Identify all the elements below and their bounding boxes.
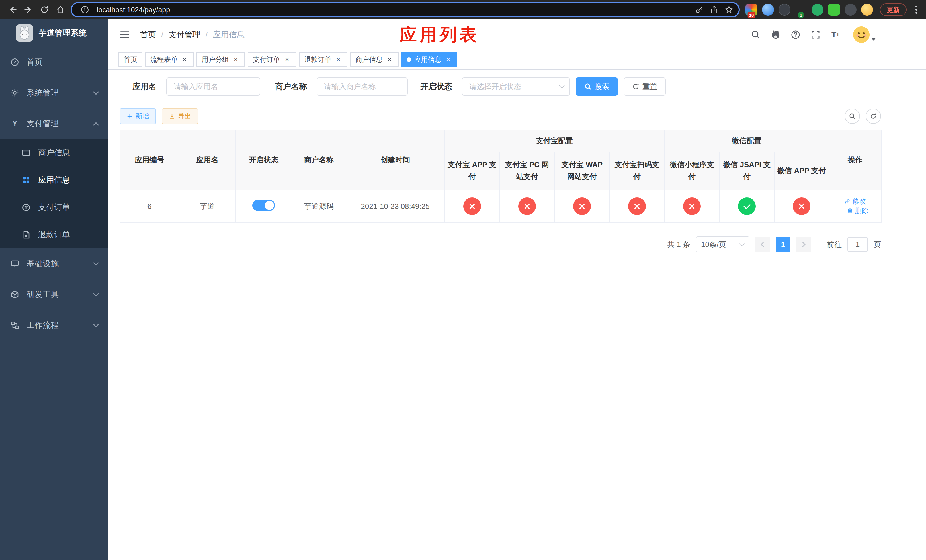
password-key-icon[interactable] — [692, 3, 707, 17]
sidebar-item-payment-orders[interactable]: 支付订单 — [0, 194, 108, 221]
page-size-select[interactable]: 10条/页 — [696, 236, 749, 252]
tab-user-group[interactable]: 用户分组 × — [197, 52, 245, 67]
tags-view-bar: 首页 流程表单 × 用户分组 × 支付订单 × 退款订单 × 商户信息 × — [108, 50, 926, 70]
extension-badge: 1 — [799, 12, 803, 18]
share-icon[interactable] — [707, 3, 722, 17]
browser-home-button[interactable] — [52, 2, 68, 18]
sidebar-item-refund-orders[interactable]: 退款订单 — [0, 221, 108, 248]
tab-process-form[interactable]: 流程表单 × — [145, 52, 194, 67]
extension-green-chat-icon[interactable] — [828, 4, 840, 16]
merchant-name-input[interactable] — [317, 77, 408, 96]
sidebar-item-label: 退款订单 — [38, 229, 70, 240]
breadcrumb-payment[interactable]: 支付管理 — [169, 29, 200, 40]
edit-link[interactable]: 修改 — [844, 197, 866, 206]
add-button[interactable]: 新增 — [120, 108, 156, 124]
browser-reload-button[interactable] — [36, 2, 52, 18]
tab-label: 退款订单 — [304, 55, 331, 64]
breadcrumb-separator: / — [161, 30, 163, 39]
page-number-1[interactable]: 1 — [776, 237, 790, 252]
tab-refund-orders[interactable]: 退款订单 × — [299, 52, 347, 67]
search-button[interactable]: 搜索 — [576, 77, 618, 96]
alipay-pc-status-icon — [518, 197, 536, 215]
sidebar-item-app-info[interactable]: 应用信息 — [0, 166, 108, 194]
app-name-input[interactable] — [166, 77, 260, 96]
cell-status — [236, 190, 292, 222]
site-info-icon[interactable] — [77, 3, 92, 17]
col-header-wx-app: 微信 APP 支付 — [774, 152, 829, 190]
font-size-icon[interactable]: TT — [830, 29, 841, 41]
browser-back-button[interactable] — [5, 2, 21, 18]
sidebar-item-dev-tools[interactable]: 研发工具 — [0, 279, 108, 310]
pagination-total: 共 1 条 — [667, 239, 690, 250]
sidebar-item-home[interactable]: 首页 — [0, 47, 108, 77]
export-button[interactable]: 导出 — [162, 108, 198, 124]
search-icon[interactable] — [750, 29, 761, 41]
table-toolbar: 新增 导出 — [120, 108, 881, 124]
col-header-alipay-app: 支付宝 APP 支付 — [445, 152, 500, 190]
refresh-button[interactable] — [865, 109, 881, 124]
wx-mini-status-icon — [683, 197, 701, 215]
extension-dark-globe-icon[interactable] — [779, 4, 790, 16]
monitor-icon — [10, 259, 20, 268]
extensions-tray: 10 1 — [746, 4, 873, 16]
sidebar-item-payment-management[interactable]: ¥ 支付管理 — [0, 108, 108, 139]
goto-label: 前往 — [827, 239, 842, 250]
extension-avatar-icon[interactable]: 1 — [795, 4, 807, 16]
chevron-down-icon — [93, 291, 99, 297]
chrome-update-button[interactable]: 更新 — [880, 3, 906, 16]
breadcrumb-home[interactable]: 首页 — [140, 29, 156, 40]
next-page-button[interactable] — [796, 237, 811, 252]
active-tab-dot — [407, 57, 411, 62]
url-text[interactable]: localhost:1024/pay/app — [97, 6, 170, 14]
sidebar-collapse-icon[interactable] — [120, 30, 130, 39]
tab-app-info[interactable]: 应用信息 × — [401, 52, 457, 67]
fullscreen-icon[interactable] — [810, 29, 821, 41]
merchant-name-label: 商户名称 — [275, 81, 307, 92]
prev-page-button[interactable] — [755, 237, 770, 252]
sidebar-item-label: 首页 — [27, 57, 43, 68]
sidebar-item-system-management[interactable]: 系统管理 — [0, 77, 108, 108]
close-icon[interactable]: × — [283, 56, 291, 64]
sidebar-item-infrastructure[interactable]: 基础设施 — [0, 248, 108, 279]
chevron-down-icon — [872, 38, 876, 41]
extension-emoji-icon[interactable] — [861, 4, 873, 16]
reset-button[interactable]: 重置 — [623, 77, 666, 96]
close-icon[interactable]: × — [334, 56, 342, 64]
close-icon[interactable]: × — [180, 56, 189, 64]
status-select[interactable]: 请选择开启状态 — [462, 77, 570, 96]
address-bar[interactable]: localhost:1024/pay/app — [71, 2, 740, 17]
help-question-icon[interactable] — [790, 29, 801, 41]
cell-actions: 修改 删除 — [829, 190, 881, 222]
hide-search-button[interactable] — [844, 109, 860, 124]
bookmark-star-icon[interactable] — [722, 3, 736, 17]
close-icon[interactable]: × — [232, 56, 240, 64]
chevron-down-icon — [740, 241, 745, 247]
browser-forward-button[interactable] — [21, 2, 36, 18]
yen-icon: ¥ — [10, 119, 20, 128]
wx-app-status-icon — [793, 197, 810, 215]
tab-payment-orders[interactable]: 支付订单 × — [248, 52, 296, 67]
close-icon[interactable]: × — [386, 56, 393, 64]
extension-pin-icon[interactable] — [844, 4, 856, 16]
goto-page-input[interactable] — [847, 237, 868, 252]
github-icon[interactable] — [770, 29, 781, 41]
col-header-wx-mini: 微信小程序支付 — [664, 152, 720, 190]
chevron-down-icon — [93, 322, 99, 327]
browser-menu-icon[interactable] — [911, 2, 921, 17]
tab-merchant-info[interactable]: 商户信息 × — [350, 52, 399, 67]
sidebar-item-workflow[interactable]: 工作流程 — [0, 310, 108, 341]
app-logo-bar[interactable]: 芋道管理系统 — [0, 20, 108, 47]
tab-label: 商户信息 — [356, 55, 383, 64]
sidebar-item-merchant-info[interactable]: 商户信息 — [0, 139, 108, 166]
user-avatar-menu[interactable] — [853, 26, 876, 43]
close-icon[interactable]: × — [444, 56, 452, 64]
export-button-label: 导出 — [178, 112, 191, 121]
delete-link[interactable]: 删除 — [847, 206, 869, 215]
status-toggle[interactable] — [252, 200, 275, 211]
tab-home[interactable]: 首页 — [118, 52, 142, 67]
extension-colorful-icon[interactable]: 10 — [746, 4, 757, 16]
breadcrumb-current: 应用信息 — [213, 29, 245, 40]
extension-wechat-icon[interactable] — [811, 4, 823, 16]
extension-blue-drop-icon[interactable] — [762, 4, 774, 16]
card-icon — [22, 148, 31, 157]
